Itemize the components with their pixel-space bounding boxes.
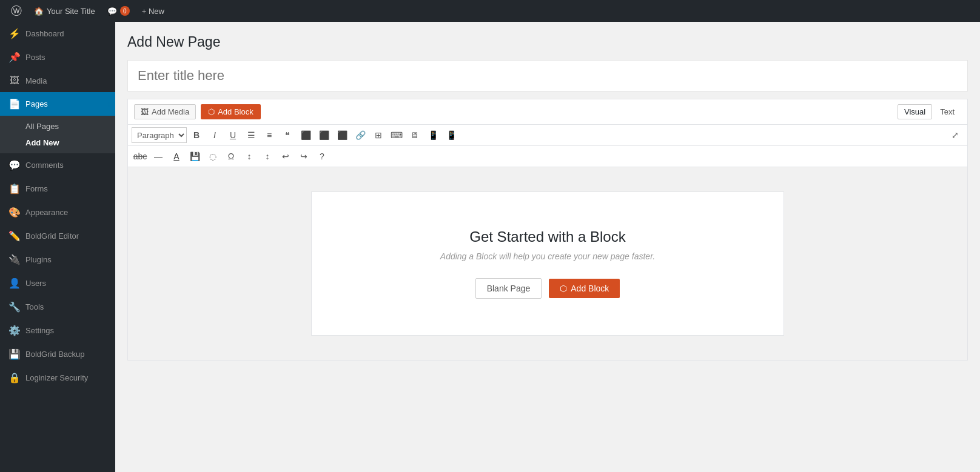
indent-button[interactable]: ↕: [241, 148, 258, 164]
pages-arrow-icon: ‹: [107, 98, 110, 110]
sidebar-label-comments: Comments: [25, 161, 64, 170]
sidebar-label-pages: Pages: [25, 99, 48, 108]
sidebar-label-dashboard: Dashboard: [25, 29, 64, 38]
tools-icon: 🔧: [8, 301, 21, 313]
sidebar-item-comments[interactable]: 💬 Comments: [0, 153, 115, 177]
sidebar-item-media[interactable]: 🖼 Media: [0, 69, 115, 92]
sidebar-label-appearance: Appearance: [25, 208, 68, 217]
sidebar-sub-all-pages[interactable]: All Pages: [0, 118, 115, 135]
clear-formatting-button[interactable]: ◌: [204, 148, 221, 164]
link-button[interactable]: 🔗: [352, 127, 369, 143]
content-area: Add New Page 🖼 Add Media ⬡ Add Block Vis…: [115, 22, 980, 472]
appearance-icon: 🎨: [8, 207, 21, 218]
sidebar-item-forms[interactable]: 📋 Forms: [0, 177, 115, 201]
plugins-icon: 🔌: [8, 254, 21, 265]
add-block-label-top: Add Block: [218, 107, 253, 116]
font-color-button[interactable]: A: [168, 148, 185, 164]
sidebar-item-plugins[interactable]: 🔌 Plugins: [0, 248, 115, 271]
sidebar-item-boldgrid-editor[interactable]: ✏️ BoldGrid Editor: [0, 224, 115, 248]
sidebar-item-tools[interactable]: 🔧 Tools: [0, 295, 115, 319]
tablet-preview-button[interactable]: 📱: [425, 127, 441, 143]
table-button[interactable]: ⊞: [370, 127, 387, 143]
ordered-list-button[interactable]: ≡: [261, 127, 278, 143]
sidebar-label-settings: Settings: [25, 326, 54, 335]
sidebar-label-forms: Forms: [25, 184, 48, 193]
sidebar-label-boldgrid-backup: BoldGrid Backup: [25, 350, 85, 359]
editor-content[interactable]: Get Started with a Block Adding a Block …: [128, 167, 967, 360]
blockquote-button[interactable]: ❝: [279, 127, 296, 143]
tab-visual[interactable]: Visual: [898, 104, 932, 119]
wp-logo-item[interactable]: ⓦ: [6, 0, 27, 22]
wp-more-button[interactable]: ⌨: [388, 127, 405, 143]
posts-icon: 📌: [8, 52, 21, 63]
redo-button[interactable]: ↪: [295, 148, 312, 164]
new-label: + New: [142, 7, 164, 16]
forms-icon: 📋: [8, 183, 21, 194]
sidebar-item-pages[interactable]: 📄 Pages ‹: [0, 92, 115, 116]
special-chars-button[interactable]: Ω: [223, 148, 240, 164]
new-item[interactable]: + New: [137, 0, 169, 22]
italic-button[interactable]: I: [206, 127, 223, 143]
sidebar-label-posts: Posts: [25, 53, 45, 62]
toolbar-row-1: Paragraph B I U ☰ ≡ ❝ ⬛ ⬛ ⬛ 🔗 ⊞ ⌨ 🖥 📱 📱 …: [128, 125, 967, 146]
page-title-input[interactable]: [127, 60, 968, 91]
sidebar-item-users[interactable]: 👤 Users: [0, 271, 115, 295]
undo-button[interactable]: ↩: [277, 148, 294, 164]
dashboard-icon: ⚡: [8, 28, 21, 39]
mobile-preview-button[interactable]: 📱: [443, 127, 460, 143]
sidebar-sub-add-new[interactable]: Add New: [0, 135, 115, 151]
help-button[interactable]: ?: [314, 148, 331, 164]
admin-bar: ⓦ 🏠 Your Site Title 💬 0 + New: [0, 0, 980, 22]
strikethrough-button[interactable]: abc: [132, 148, 149, 164]
loginizer-security-icon: 🔒: [8, 372, 21, 384]
home-icon: 🏠: [34, 7, 44, 16]
sidebar-item-posts[interactable]: 📌 Posts: [0, 45, 115, 69]
users-icon: 👤: [8, 278, 21, 289]
align-left-button[interactable]: ⬛: [297, 127, 314, 143]
expand-button[interactable]: ⤢: [947, 127, 964, 143]
paragraph-select[interactable]: Paragraph: [132, 127, 187, 143]
block-starter-heading: Get Started with a Block: [360, 228, 735, 245]
outdent-button[interactable]: ↕: [259, 148, 276, 164]
add-block-icon-main: ⬡: [560, 284, 567, 293]
bold-button[interactable]: B: [188, 127, 205, 143]
add-media-button[interactable]: 🖼 Add Media: [134, 104, 196, 119]
sidebar: ⚡ Dashboard 📌 Posts 🖼 Media 📄 Pages ‹ Al…: [0, 22, 115, 472]
site-title-item[interactable]: 🏠 Your Site Title: [29, 0, 100, 22]
comment-icon: 💬: [107, 7, 117, 16]
comments-item[interactable]: 💬 0: [102, 0, 135, 22]
sidebar-label-media: Media: [25, 76, 47, 85]
blank-page-button[interactable]: Blank Page: [475, 278, 542, 299]
horizontal-rule-button[interactable]: —: [150, 148, 167, 164]
wp-logo-icon: ⓦ: [11, 4, 22, 18]
underline-button[interactable]: U: [224, 127, 241, 143]
block-starter-card: Get Started with a Block Adding a Block …: [311, 191, 784, 336]
align-right-button[interactable]: ⬛: [334, 127, 351, 143]
sidebar-item-loginizer-security[interactable]: 🔒 Loginizer Security: [0, 366, 115, 390]
toolbar-row-2: abc — A 💾 ◌ Ω ↕ ↕ ↩ ↪ ?: [128, 146, 967, 167]
sidebar-item-dashboard[interactable]: ⚡ Dashboard: [0, 22, 115, 45]
comments-nav-icon: 💬: [8, 159, 21, 171]
pages-icon: 📄: [8, 98, 21, 110]
add-block-icon-top: ⬡: [208, 107, 215, 116]
add-block-button-top[interactable]: ⬡ Add Block: [201, 104, 261, 119]
media-icon: 🖼: [8, 75, 21, 86]
sidebar-label-tools: Tools: [25, 302, 44, 311]
sidebar-item-appearance[interactable]: 🎨 Appearance: [0, 201, 115, 224]
desktop-preview-button[interactable]: 🖥: [406, 127, 423, 143]
editor-top-bar: 🖼 Add Media ⬡ Add Block Visual Text: [128, 99, 967, 125]
tab-text[interactable]: Text: [933, 104, 961, 119]
add-block-button-main[interactable]: ⬡ Add Block: [549, 279, 620, 298]
settings-icon: ⚙️: [8, 325, 21, 336]
sidebar-item-settings[interactable]: ⚙️ Settings: [0, 319, 115, 342]
paste-as-text-button[interactable]: 💾: [186, 148, 203, 164]
block-starter-subtext: Adding a Block will help you create your…: [360, 251, 735, 261]
pages-submenu: All Pages Add New: [0, 116, 115, 153]
unordered-list-button[interactable]: ☰: [243, 127, 260, 143]
sidebar-label-loginizer-security: Loginizer Security: [25, 373, 88, 382]
editor-wrap: 🖼 Add Media ⬡ Add Block Visual Text: [127, 99, 968, 361]
sidebar-item-boldgrid-backup[interactable]: 💾 BoldGrid Backup: [0, 342, 115, 366]
sidebar-label-plugins: Plugins: [25, 255, 52, 264]
sidebar-label-boldgrid-editor: BoldGrid Editor: [25, 231, 79, 241]
align-center-button[interactable]: ⬛: [315, 127, 332, 143]
